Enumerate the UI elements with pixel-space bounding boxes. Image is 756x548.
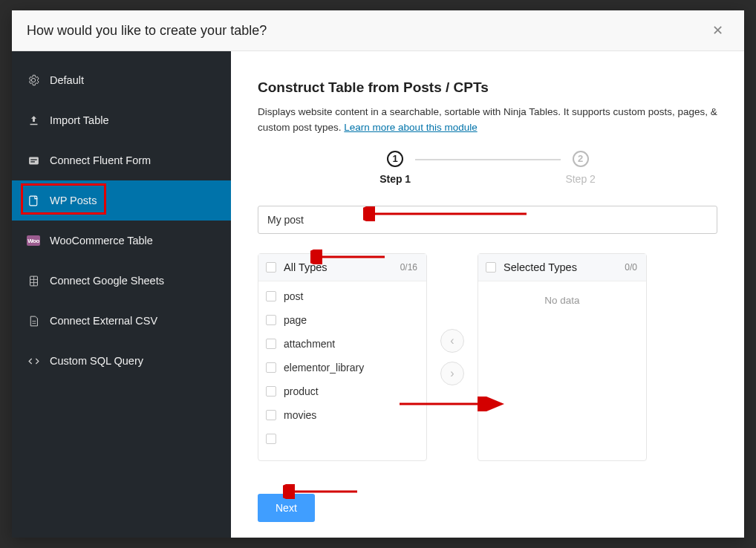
sidebar-item-import-table[interactable]: Import Table (12, 100, 231, 140)
svg-rect-3 (29, 196, 36, 206)
item-checkbox[interactable] (266, 434, 276, 444)
step-1-label: Step 1 (379, 173, 411, 185)
selected-types-checkbox[interactable] (486, 262, 496, 273)
item-label (284, 433, 426, 445)
all-types-checkbox[interactable] (266, 262, 276, 273)
transfer-right-button[interactable]: › (440, 362, 464, 385)
sidebar-item-connect-fluent-form[interactable]: Connect Fluent Form (12, 140, 231, 180)
list-item[interactable] (258, 427, 426, 451)
list-item[interactable]: post (258, 284, 426, 308)
list-item[interactable]: elementor_library (258, 356, 426, 379)
modal-body: Default Import Table Connect Fluent Form… (12, 51, 744, 538)
chevron-left-icon: ‹ (450, 334, 454, 348)
list-item[interactable]: product (258, 379, 426, 403)
page-title: Construct Table from Posts / CPTs (258, 79, 717, 96)
sidebar-item-wp-posts[interactable]: WP Posts (12, 180, 231, 221)
sidebar-item-label: Custom SQL Query (50, 355, 216, 367)
transfer: All Types 0/16 post page attachment elem… (258, 253, 717, 461)
form-icon (27, 154, 40, 167)
modal-title: How would you like to create your table? (27, 23, 267, 39)
create-table-modal: How would you like to create your table?… (12, 10, 744, 538)
sidebar-item-label: Connect Fluent Form (50, 154, 216, 166)
sidebar: Default Import Table Connect Fluent Form… (12, 51, 231, 538)
selected-types-title: Selected Types (504, 261, 625, 273)
sidebar-item-label: Connect External CSV (50, 315, 216, 327)
item-label: post (284, 290, 303, 302)
step-1: 1 Step 1 (375, 151, 415, 185)
page-description: Displays website content in a searchable… (258, 105, 717, 136)
selected-types-panel: Selected Types 0/0 No data (478, 253, 647, 461)
main-panel: Construct Table from Posts / CPTs Displa… (231, 51, 744, 538)
file-icon (27, 314, 40, 327)
all-types-count: 0/16 (400, 262, 417, 273)
item-label: elementor_library (284, 362, 364, 374)
sidebar-item-label: WP Posts (50, 195, 216, 206)
item-checkbox[interactable] (266, 291, 276, 301)
step-2-label: Step 2 (565, 173, 595, 185)
item-checkbox[interactable] (266, 386, 276, 397)
list-item[interactable]: page (258, 308, 426, 332)
woocommerce-icon: Woo (27, 234, 40, 247)
list-item[interactable]: movies (258, 403, 426, 427)
step-2-circle: 2 (573, 151, 589, 167)
item-label: page (284, 314, 307, 326)
close-icon[interactable]: ✕ (706, 19, 729, 42)
step-2: 2 Step 2 (561, 151, 599, 185)
selected-types-empty: No data (478, 281, 646, 319)
sidebar-item-default[interactable]: Default (12, 60, 231, 100)
sidebar-item-custom-sql-query[interactable]: Custom SQL Query (12, 341, 231, 381)
next-button[interactable]: Next (258, 494, 315, 522)
svg-rect-1 (30, 159, 37, 160)
table-title-input[interactable] (258, 206, 717, 234)
posts-icon (27, 194, 40, 207)
next-row: Next (258, 494, 717, 522)
learn-more-link[interactable]: Learn more about this module (344, 122, 477, 133)
transfer-arrows: ‹ › (440, 253, 464, 461)
item-label: attachment (284, 338, 335, 350)
modal-header: How would you like to create your table?… (12, 10, 744, 51)
sidebar-item-woocommerce-table[interactable]: Woo WooCommerce Table (12, 221, 231, 261)
sidebar-item-label: Default (50, 74, 216, 86)
all-types-title: All Types (284, 261, 400, 273)
item-label: movies (284, 409, 316, 421)
sidebar-item-label: Connect Google Sheets (50, 275, 216, 287)
sidebar-item-label: WooCommerce Table (50, 235, 216, 247)
sidebar-item-label: Import Table (50, 114, 216, 126)
sidebar-item-connect-google-sheets[interactable]: Connect Google Sheets (12, 261, 231, 301)
item-label: product (284, 385, 319, 397)
svg-rect-2 (30, 161, 35, 162)
item-checkbox[interactable] (266, 410, 276, 420)
code-icon (27, 354, 40, 368)
selected-types-header: Selected Types 0/0 (478, 254, 646, 281)
sheets-icon (27, 274, 40, 287)
steps: 1 Step 1 2 Step 2 (302, 151, 673, 185)
gear-icon (27, 74, 40, 87)
item-checkbox[interactable] (266, 339, 276, 349)
sidebar-item-connect-external-csv[interactable]: Connect External CSV (12, 301, 231, 341)
all-types-list[interactable]: post page attachment elementor_library p… (258, 281, 426, 460)
svg-rect-0 (29, 157, 39, 164)
all-types-header: All Types 0/16 (258, 254, 426, 281)
transfer-left-button[interactable]: ‹ (440, 329, 464, 353)
selected-types-count: 0/0 (625, 262, 637, 273)
item-checkbox[interactable] (266, 362, 276, 373)
upload-icon (27, 114, 40, 127)
list-item[interactable]: attachment (258, 332, 426, 356)
chevron-right-icon: › (450, 367, 454, 380)
step-1-circle: 1 (387, 151, 403, 167)
description-text: Displays website content in a searchable… (258, 106, 717, 133)
all-types-panel: All Types 0/16 post page attachment elem… (258, 253, 427, 461)
item-checkbox[interactable] (266, 315, 276, 325)
